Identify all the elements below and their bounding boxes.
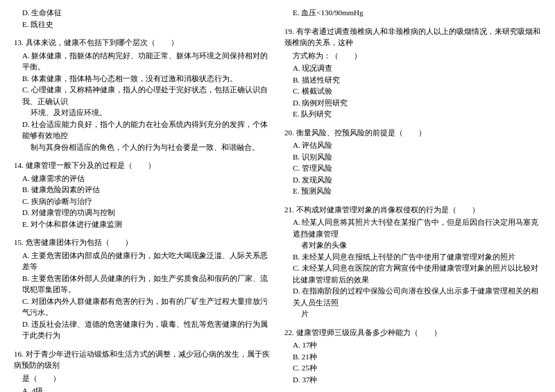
main-columns: D. 生命体征 E. 既往史 13. 具体来说，健康不包括下到哪个层次（ ） A… [14,7,541,392]
q15-option-b: B. 主要危害团体外部人员健康的行为，如生产劣质食品和假药的厂家、流氓犯罪集团等… [14,273,271,296]
q13-option-b: B. 体素健康，指体格与心态相一致，没有过激和消极状态行为。 [14,73,271,85]
question-21-title: 21. 不构成对健康管理对象的肖像权侵权的行为是（ ） [284,204,541,216]
page-container: D. 生命体征 E. 既往史 13. 具体来说，健康不包括下到哪个层次（ ） A… [14,7,541,392]
q13-option-c: C. 心理健康，又称精神健康，指人的心理处于完好状态，包括正确认识自我、正确认识 [14,84,271,107]
q19-option-a: A. 现况调查 [284,62,541,74]
q14-option-e: E. 对个体和群体进行健康监测 [14,219,271,230]
q14-option-c: C. 疾病的诊断与治疗 [14,196,271,207]
q20-option-b: B. 识别风险 [284,151,541,163]
q22-option-b: B. 21种 [284,351,541,363]
q20-option-d: D. 发现风险 [284,174,541,186]
q19-option-d: D. 病例对照研究 [284,97,541,109]
question-20: 20. 衡量风险、控预风险的前提是（ ） A. 评估风险 B. 识别风险 C. … [284,127,541,197]
question-14-title: 14. 健康管理一般下分及的过程是（ ） [14,160,271,171]
q19-option-c: C. 横截试验 [284,85,541,97]
q22-option-a: A. 17种 [284,339,541,351]
q13-option-d-cont: 制与其身份相适应的角色，个人的行为与社会要是一致、和谐融合。 [14,142,271,153]
q15-option-d: D. 违反社会法律、道德的危害健康行为，吸毒、性乱等危害健康的行为属于此类行为 [14,318,271,341]
q13-trailing: D. 生命体征 E. 既往史 [14,7,271,30]
question-22-title: 22. 健康管理师三级应具备多少种能力（ ） [284,327,541,339]
question-20-title: 20. 衡量风险、控预风险的前提是（ ） [284,127,541,139]
q21-option-a: A. 经某人同意将其照片大刊登在某报广告中，但是后因自行决定用马塞克遮挡健康管理 [284,216,541,239]
q14-option-d: D. 对健康管理的功调与控制 [14,207,271,219]
question-13-title: 13. 具体来说，健康不包括下到哪个层次（ ） [14,37,271,49]
q15-option-a: A. 主要危害团体内部成员的健康行为，如大吃大喝现象泛滥、人际关系恶差等 [14,250,271,273]
question-19: 19. 有学者通过调查颈椎病人和非颈椎病的人以上的吸烟情况，来研究吸烟和颈椎病的… [284,26,541,120]
q20-option-c: C. 管理风险 [284,162,541,174]
q22-option-c: C. 25种 [284,362,541,374]
q18-trailing: E. 血压<130/90mmHg [284,7,541,19]
question-14: 14. 健康管理一般下分及的过程是（ ） A. 健康需求的评估 B. 健康危险因… [14,160,271,230]
option-d-trailing: D. 生命体征 [14,7,271,19]
q21-option-d: D. 在指南阶段的过程中保险公司向潜在投保人出示多于健康管理相关的相关人员生活照 [284,285,541,308]
q19-option-e: E. 队列研究 [284,108,541,120]
q22-option-d: D. 37种 [284,374,541,386]
question-15-title: 15. 危害健康团体行为包括（ ） [14,237,271,248]
question-21: 21. 不构成对健康管理对象的肖像权侵权的行为是（ ） A. 经某人同意将其照片… [284,204,541,320]
q14-option-a: A. 健康需求的评估 [14,173,271,185]
question-16-title: 16. 对于青少年进行运动锻炼和生活方式的调整，减少冠心病的发生，属于疾病预防的… [14,348,271,371]
q13-option-a: A. 躯体健康，指躯体的结构完好、功能正常、躯体与环境之间保持相对的平衡。 [14,50,271,73]
left-column: D. 生命体征 E. 既往史 13. 具体来说，健康不包括下到哪个层次（ ） A… [14,7,271,392]
question-19-title: 19. 有学者通过调查颈椎病人和非颈椎病的人以上的吸烟情况，来研究吸烟和颈椎病的… [284,26,541,49]
q19-option-b: B. 描述性研究 [284,74,541,86]
right-column: E. 血压<130/90mmHg 19. 有学者通过调查颈椎病人和非颈椎病的人以… [284,7,541,392]
q15-option-c: C. 对团体内外人群健康都有危害的行为，如有的厂矿生产过程大量排放污气污水。 [14,296,271,318]
q21-option-c: C. 未经某人同意在医院的官方网宣传中使用健康管理对象的照片以比较对比健康管理前… [284,262,541,285]
question-16-title2: 是（ ） [14,373,271,384]
option-e-trailing: E. 既往史 [14,19,271,31]
question-19-title2: 方式称为：（ ） [284,50,541,62]
question-16: 16. 对于青少年进行运动锻炼和生活方式的调整，减少冠心病的发生，属于疾病预防的… [14,348,271,393]
question-15: 15. 危害健康团体行为包括（ ） A. 主要危害团体内部成员的健康行为，如大吃… [14,237,271,341]
q13-option-c-cont: 环境、及对适应环境。 [14,107,271,119]
q14-option-b: B. 健康危险因素的评估 [14,184,271,196]
question-22: 22. 健康管理师三级应具备多少种能力（ ） A. 17种 B. 21种 C. … [284,327,541,386]
q16-option-a: A. 4级 [14,385,271,392]
question-13: 13. 具体来说，健康不包括下到哪个层次（ ） A. 躯体健康，指躯体的结构完好… [14,37,271,153]
q21-option-a-cont: 者对象的头像 [284,239,541,251]
q21-option-d-cont: 片 [284,308,541,320]
q18-option-e: E. 血压<130/90mmHg [284,7,541,19]
q20-option-a: A. 评估风险 [284,139,541,151]
q20-option-e: E. 预测风险 [284,185,541,197]
q13-option-d: D. 社会适应能力良好，指个人的能力在社会系统内得到充分的发挥，个体能够有效地控 [14,119,271,142]
q21-option-b: B. 未经某人同意在报纸上刊登的广告中使用了健康管理对象的照片 [284,251,541,263]
